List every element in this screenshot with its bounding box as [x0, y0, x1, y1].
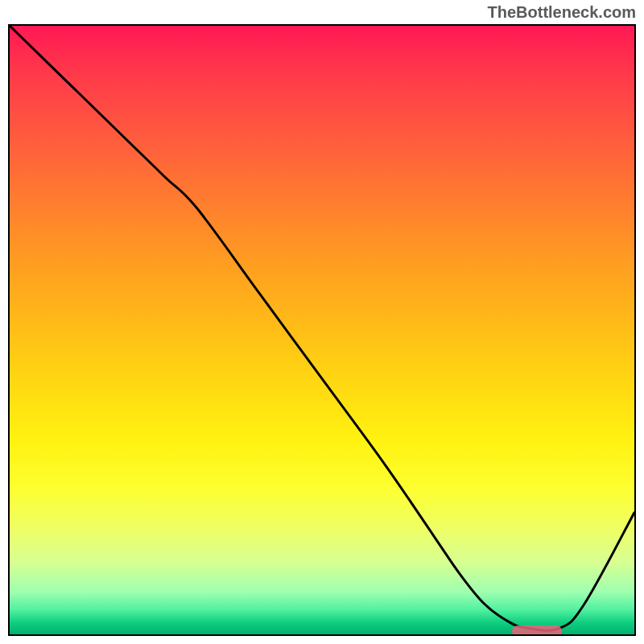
optimal-range-marker — [512, 625, 562, 636]
bottleneck-curve — [10, 26, 634, 630]
chart-svg — [10, 26, 634, 634]
watermark-text: TheBottleneck.com — [488, 3, 636, 22]
plot-area — [8, 24, 636, 636]
